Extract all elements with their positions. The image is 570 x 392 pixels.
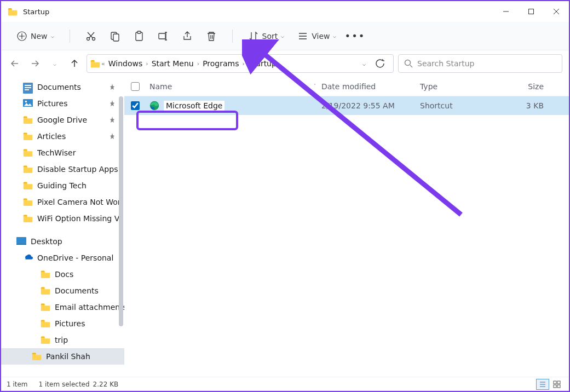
sidebar-item[interactable]: Google Drive	[1, 112, 124, 128]
sort-indicator-icon: ˄	[314, 84, 316, 89]
sidebar-item[interactable]: trip	[1, 332, 124, 348]
status-size: 2.22 KB	[93, 381, 119, 388]
sidebar-item[interactable]: Documents	[1, 283, 124, 299]
svg-point-15	[25, 101, 27, 103]
sort-icon	[248, 31, 259, 42]
rename-button[interactable]	[152, 26, 174, 46]
pin-icon	[109, 100, 116, 107]
scissors-icon	[85, 31, 96, 42]
new-button[interactable]: New ⌵	[11, 26, 60, 46]
file-checkbox[interactable]	[131, 101, 140, 110]
chevron-down-icon: ⌵	[51, 33, 54, 39]
search-box[interactable]	[398, 54, 562, 73]
folder-icon	[23, 148, 33, 157]
paste-button[interactable]	[128, 26, 150, 46]
scrollbar-thumb[interactable]	[119, 96, 123, 326]
sidebar-item-desktop[interactable]: Desktop	[1, 233, 124, 250]
share-button[interactable]	[176, 26, 198, 46]
column-header-size[interactable]: Size	[502, 82, 557, 91]
select-all-checkbox[interactable]	[124, 82, 146, 91]
back-button[interactable]	[8, 56, 23, 71]
folder-icon	[41, 319, 50, 328]
sidebar-item[interactable]: Guiding Tech	[1, 177, 124, 194]
breadcrumb-item[interactable]: Start Menu	[149, 59, 196, 68]
maximize-button[interactable]	[519, 1, 544, 22]
delete-button[interactable]	[200, 26, 222, 46]
breadcrumb-item[interactable]: Windows	[106, 59, 145, 68]
onedrive-icon	[23, 253, 33, 262]
sidebar-item-label: Guiding Tech	[37, 181, 87, 190]
paste-icon	[134, 31, 145, 42]
sidebar-item-label: TechWiser	[37, 148, 76, 157]
file-date: 2/19/2022 9:55 AM	[321, 101, 420, 110]
column-header-type[interactable]: Type	[420, 82, 502, 91]
cut-button[interactable]	[80, 26, 102, 46]
svg-rect-5	[113, 34, 119, 41]
status-selected: 1 item selected	[39, 381, 90, 388]
copy-button[interactable]	[104, 26, 126, 46]
svg-rect-17	[16, 244, 26, 245]
svg-rect-20	[557, 381, 560, 384]
sort-label: Sort	[262, 32, 278, 41]
sidebar-item[interactable]: Docs	[1, 266, 124, 283]
divider	[70, 30, 70, 43]
file-list: Name˄ Date modified Type Size Microsoft …	[124, 77, 569, 377]
sidebar-item-label: Google Drive	[37, 116, 87, 124]
sidebar-item-onedrive[interactable]: OneDrive - Personal	[1, 250, 124, 266]
svg-rect-7	[137, 31, 141, 33]
sidebar-item[interactable]: Disable Startup Apps	[1, 161, 124, 177]
sidebar-item[interactable]: Pictures	[1, 95, 124, 112]
sidebar-item[interactable]: Articles	[1, 128, 124, 145]
sidebar-item[interactable]: WiFi Option Missing V	[1, 210, 124, 227]
sidebar-item-label: Documents	[37, 83, 81, 91]
sidebar-item[interactable]: Documents	[1, 79, 124, 95]
more-button[interactable]: •••	[344, 26, 366, 46]
thumbnails-view-button[interactable]	[550, 379, 563, 390]
sidebar-item-selected[interactable]: Pankil Shah	[1, 348, 124, 365]
scrollbar[interactable]	[118, 77, 124, 377]
svg-rect-13	[25, 89, 29, 90]
breadcrumb-item[interactable]: Startup	[246, 59, 279, 68]
view-button[interactable]: View ⌵	[292, 26, 342, 46]
sidebar-item[interactable]: Pictures	[1, 315, 124, 332]
sidebar-item[interactable]: Pixel Camera Not Wor	[1, 194, 124, 210]
search-input[interactable]	[417, 59, 556, 68]
minimize-button[interactable]	[493, 1, 519, 22]
breadcrumb-item[interactable]: Programs	[200, 59, 241, 68]
close-button[interactable]	[544, 1, 569, 22]
column-header-name[interactable]: Name˄	[146, 82, 321, 91]
more-icon: •••	[349, 31, 360, 42]
column-header-date[interactable]: Date modified	[321, 82, 420, 91]
up-button[interactable]	[67, 56, 82, 71]
svg-point-9	[405, 60, 411, 66]
details-view-button[interactable]	[536, 379, 549, 390]
file-row[interactable]: Microsoft Edge 2/19/2022 9:55 AM Shortcu…	[124, 96, 569, 115]
address-dropdown[interactable]: ⌵	[358, 61, 370, 67]
recent-button[interactable]: ⌵	[47, 56, 62, 71]
folder-icon	[23, 132, 33, 141]
sidebar-item[interactable]: Email attachments	[1, 299, 124, 315]
folder-icon	[23, 198, 33, 206]
folder-icon	[32, 352, 42, 361]
address-bar[interactable]: « Windows › Start Menu › Programs › Star…	[87, 54, 394, 73]
pin-icon	[109, 84, 116, 90]
svg-rect-19	[554, 381, 556, 384]
forward-button[interactable]	[27, 56, 43, 71]
sidebar-item-label: WiFi Option Missing V	[37, 214, 119, 223]
title-bar: Startup	[1, 1, 569, 22]
svg-rect-12	[25, 87, 31, 88]
sidebar-item-label: Documents	[55, 286, 99, 295]
sidebar-item[interactable]: TechWiser	[1, 145, 124, 161]
sidebar-item-label: Pixel Camera Not Wor	[37, 198, 121, 206]
svg-point-3	[92, 37, 95, 40]
folder-icon	[90, 59, 100, 68]
view-label: View	[312, 32, 330, 41]
refresh-button[interactable]	[370, 59, 390, 68]
svg-rect-22	[557, 385, 560, 388]
navigation-pane: DocumentsPicturesGoogle DriveArticlesTec…	[1, 77, 124, 377]
sort-button[interactable]: Sort ⌵	[243, 26, 290, 46]
search-icon	[404, 59, 413, 68]
chevron-icon: «	[100, 60, 106, 67]
folder-icon	[23, 165, 33, 174]
divider	[232, 30, 233, 43]
